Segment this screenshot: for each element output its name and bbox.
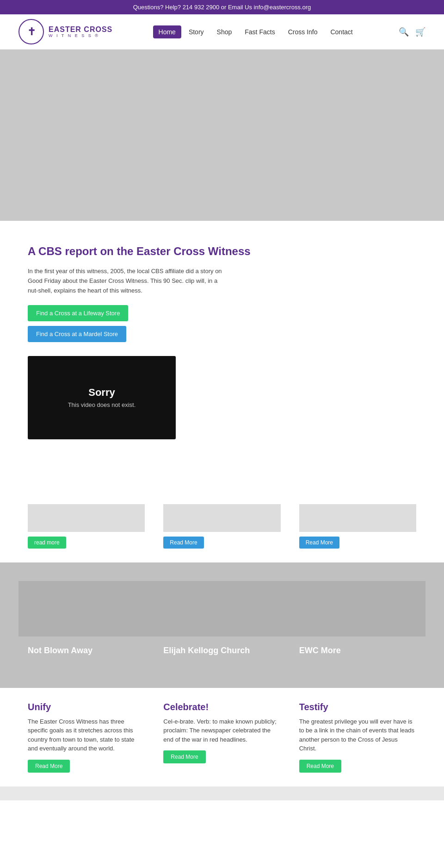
lifeway-button[interactable]: Find a Cross at a Lifeway Store [28, 305, 128, 321]
bottom-card-text-2: Cel-e-brate. Verb: to make known publicl… [163, 717, 280, 744]
card-image-3 [299, 504, 416, 532]
bottom-card-title-2: Celebrate! [163, 702, 280, 712]
brand-name: EASTER CROSS [49, 25, 112, 34]
mardel-button[interactable]: Find a Cross at a Mardel Store [28, 326, 126, 342]
gray-title-2: Elijah Kellogg Church [154, 646, 290, 656]
readmore-button-3[interactable]: Read More [299, 537, 339, 549]
section-text: In the first year of this witness, 2005,… [28, 267, 222, 295]
main-content: A CBS report on the Easter Cross Witness… [0, 221, 444, 458]
cards-spacer [0, 458, 444, 504]
gray-image-area [18, 581, 426, 637]
footer [0, 787, 444, 800]
video-error-msg: This video does not exist. [68, 401, 136, 408]
bottom-card-btn-1[interactable]: Read More [28, 760, 70, 773]
card-image-1 [28, 504, 145, 532]
section-title: A CBS report on the Easter Cross Witness [28, 244, 416, 258]
bottom-card-title-3: Testify [299, 702, 416, 712]
search-icon[interactable]: 🔍 [399, 27, 409, 37]
nav-cross-info[interactable]: Cross Info [283, 25, 323, 38]
gray-titles: Not Blown Away Elijah Kellogg Church EWC… [18, 646, 426, 669]
cart-icon[interactable]: 🛒 [415, 27, 426, 37]
cards-row: read more Read More Read More [0, 504, 444, 562]
hero-image [0, 50, 444, 221]
main-nav: Home Story Shop Fast Facts Cross Info Co… [153, 25, 358, 38]
card-item-1: read more [18, 504, 154, 549]
bottom-card-text-3: The greatest privilege you will ever hav… [299, 717, 416, 753]
nav-contact[interactable]: Contact [325, 25, 358, 38]
nav-story[interactable]: Story [183, 25, 210, 38]
logo-icon: ✝ [18, 19, 44, 44]
bottom-card-title-1: Unify [28, 702, 145, 712]
bottom-cards: Unify The Easter Cross Witness has three… [0, 688, 444, 787]
readmore-button-1[interactable]: read more [28, 537, 66, 549]
bottom-card-testify: Testify The greatest privilege you will … [290, 702, 426, 773]
cross-icon: ✝ [27, 27, 36, 37]
logo-text: EASTER CROSS W I T N E S S ® [49, 25, 112, 38]
gray-title-3: EWC More [290, 646, 426, 656]
logo-area: ✝ EASTER CROSS W I T N E S S ® [18, 19, 112, 44]
gray-section: Not Blown Away Elijah Kellogg Church EWC… [0, 562, 444, 688]
bottom-card-btn-2[interactable]: Read More [163, 750, 205, 763]
header-icons: 🔍 🛒 [399, 27, 426, 37]
bottom-card-unify: Unify The Easter Cross Witness has three… [18, 702, 154, 773]
video-player: Sorry This video does not exist. [28, 356, 176, 439]
bottom-card-celebrate: Celebrate! Cel-e-brate. Verb: to make kn… [154, 702, 290, 773]
readmore-button-2[interactable]: Read More [163, 537, 204, 549]
bottom-card-btn-3[interactable]: Read More [299, 760, 341, 773]
top-bar: Questions? Help? 214 932 2900 or Email U… [0, 0, 444, 14]
nav-home[interactable]: Home [153, 25, 181, 38]
gray-title-1: Not Blown Away [18, 646, 154, 656]
nav-shop[interactable]: Shop [211, 25, 238, 38]
nav-fast-facts[interactable]: Fast Facts [239, 25, 280, 38]
top-bar-text: Questions? Help? 214 932 2900 or Email U… [133, 4, 311, 11]
video-sorry-text: Sorry [88, 387, 115, 399]
card-image-2 [163, 504, 280, 532]
card-item-2: Read More [154, 504, 290, 549]
header: ✝ EASTER CROSS W I T N E S S ® Home Stor… [0, 14, 444, 50]
bottom-card-text-1: The Easter Cross Witness has three speci… [28, 717, 145, 753]
card-item-3: Read More [290, 504, 426, 549]
brand-sub: W I T N E S S ® [49, 33, 112, 38]
